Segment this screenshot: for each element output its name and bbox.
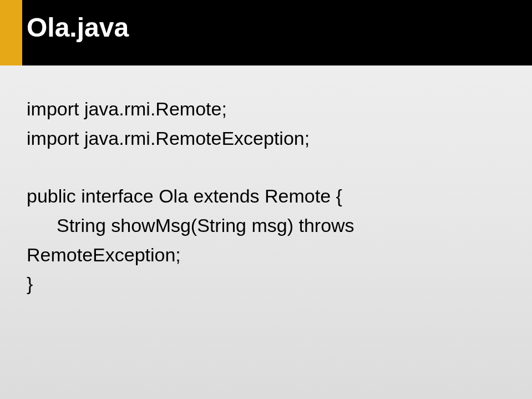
code-line-import2: import java.rmi.RemoteException; bbox=[27, 124, 505, 153]
blank-line bbox=[27, 153, 505, 181]
code-line-import1: import java.rmi.Remote; bbox=[27, 94, 505, 124]
code-line-interface: public interface Ola extends Remote { bbox=[27, 181, 505, 211]
code-line-method: String showMsg(String msg) throws bbox=[27, 211, 505, 240]
accent-bar bbox=[0, 0, 22, 65]
title-bar: Ola.java bbox=[0, 0, 532, 65]
code-line-close: } bbox=[27, 269, 505, 299]
slide-title: Ola.java bbox=[27, 12, 129, 43]
code-line-throws: RemoteException; bbox=[27, 240, 505, 270]
code-block: import java.rmi.Remote; import java.rmi.… bbox=[27, 94, 505, 299]
slide: Ola.java import java.rmi.Remote; import … bbox=[0, 0, 532, 399]
